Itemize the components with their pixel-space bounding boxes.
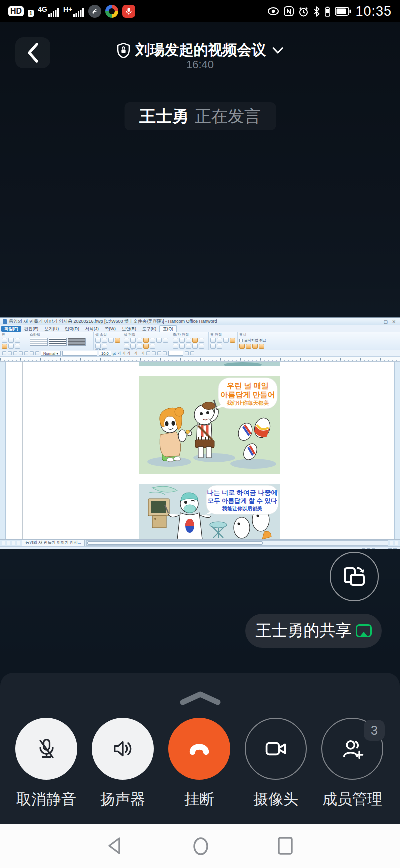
- menu-item: 편집(E): [21, 326, 41, 332]
- menu-item: 서식(J): [82, 326, 102, 332]
- ribbon-group-icons: [173, 337, 207, 349]
- window-controls: – ▢ ✕: [377, 319, 397, 324]
- add-member-icon: [339, 736, 365, 762]
- ribbon-group: 줄/칸 편집: [171, 332, 209, 350]
- camera-button[interactable]: [245, 718, 307, 780]
- network-4g-label: 4G: [38, 6, 47, 12]
- screen-share-icon: [356, 624, 372, 637]
- phone-screen: HD 1 4G H+: [0, 0, 400, 868]
- nav-back-icon[interactable]: [106, 837, 123, 855]
- unmute-button[interactable]: [15, 718, 77, 780]
- ribbon-group-icons: 글자처럼 취급: [239, 337, 278, 349]
- speaking-banner: 王士勇 正在发言: [124, 102, 276, 130]
- ribbon-group-label: 셀 편집: [124, 333, 169, 337]
- hangup-icon: [186, 736, 212, 762]
- hangup-button[interactable]: [168, 718, 230, 780]
- speaker-label: 扬声器: [89, 789, 157, 810]
- color-ring-app-icon: [105, 5, 118, 18]
- hanword-ribbon: 표 스타일 셀 속성 테두리 셀 편집: [0, 332, 400, 350]
- menu-item: 보안(R): [119, 326, 139, 332]
- signal-4g-icon: 4G: [38, 6, 59, 17]
- camera-icon: [263, 736, 289, 762]
- chevron-down-icon: [272, 47, 284, 54]
- camera-label: 摄像头: [242, 789, 310, 810]
- ribbon-group: 표: [0, 332, 28, 350]
- hd-icon: HD: [8, 6, 24, 16]
- meeting-title: 刘瑒发起的视频会议: [136, 40, 266, 60]
- mic-recording-icon: [122, 5, 135, 18]
- status-segment: 문단 나눔: [63, 548, 80, 550]
- font-select: [62, 351, 97, 356]
- status-segment: 1단: [19, 548, 25, 550]
- meeting-title-row[interactable]: 刘瑒发起的视频会议: [55, 40, 345, 60]
- char-format-buttons: 가 가 가 · 가 · 가: [117, 351, 145, 356]
- cartoon2-korean-line2: 모두 아름답게 할 수 있다: [208, 497, 277, 504]
- status-segments: 1/30쪽1단6줄41칸(41)문단 나눔1/1 구역삽입: [3, 548, 111, 550]
- share-source-pill[interactable]: 王士勇的共享: [245, 614, 382, 648]
- rotate-screen-icon: [342, 565, 366, 588]
- ribbon-group: 셀 속성 테두리: [94, 332, 122, 350]
- ribbon-group: 표시 글자처럼 취급: [238, 332, 280, 350]
- ribbon-group-label: 표시: [239, 333, 278, 337]
- sim1-icon: 1: [28, 10, 34, 17]
- font-unit-label: pt: [113, 351, 116, 356]
- android-status-bar: HD 1 4G H+: [0, 0, 400, 22]
- clock-time: 10:35: [355, 4, 392, 19]
- unmute-label: 取消静音: [12, 789, 80, 810]
- speaking-status: 正在发言: [195, 105, 261, 128]
- bird-app-icon: [88, 5, 101, 18]
- menu-item: 파일(F): [1, 326, 21, 332]
- signal-bars-icon: [73, 8, 84, 17]
- speaker-icon: [110, 736, 136, 762]
- cartoon2-chinese-line: 我能让你以后都美: [222, 506, 262, 511]
- style-select: Normal ▾: [41, 351, 61, 356]
- left-scrollbar: [0, 362, 6, 539]
- ruler: [0, 357, 400, 362]
- menu-item: 쪽(W): [102, 326, 119, 332]
- hanword-format-bar: Normal ▾ 10.0 pt 가 가 가 · 가 · 가: [0, 350, 400, 357]
- menu-item: 표(Q): [159, 325, 177, 332]
- rotate-screen-button[interactable]: [330, 552, 379, 601]
- battery-icon: [335, 7, 351, 16]
- document-icon: [3, 319, 7, 324]
- menu-item: 입력(D): [62, 326, 82, 332]
- bluetooth-icon: [313, 6, 320, 17]
- speaker-button[interactable]: [92, 718, 154, 780]
- font-size-select: 10.0: [99, 351, 111, 356]
- speaker-name: 王士勇: [139, 105, 189, 128]
- eye-icon: [267, 7, 279, 16]
- page-edge-line: [22, 362, 23, 539]
- nfc-icon: [284, 6, 294, 16]
- line-spacing-select: [168, 351, 183, 356]
- document-tab: 동양의 새 만들기 이야기 임시...: [22, 540, 85, 546]
- ribbon-group-label: 표: [2, 333, 26, 337]
- ribbon-group-label: 셀 속성: [95, 333, 120, 337]
- hangup-label: 挂断: [165, 789, 233, 810]
- sheet-expand-handle[interactable]: [178, 689, 223, 708]
- network-hplus-label: H+: [63, 6, 72, 12]
- shared-screen-viewport[interactable]: 동양의 새 만들기 이야기 임시용 20200216.hwp [C:\W600 …: [0, 317, 400, 549]
- previous-image-sliver: [139, 362, 280, 366]
- members-label: 成员管理: [318, 789, 386, 810]
- nav-recents-icon[interactable]: [277, 837, 293, 855]
- status-left-icons: HD 1 4G H+: [8, 5, 135, 18]
- ribbon-group-sublabel: 세로쓰기: [124, 349, 169, 350]
- cartoon-image-2: 나는 너로 하여금 나중에 모두 아름답게 할 수 있다 我能让你以后都美: [139, 484, 280, 539]
- ribbon-group-icons: [2, 337, 26, 349]
- ribbon-group-icons: [95, 337, 120, 349]
- cartoon1-chinese-line: 我们让你每天都美: [226, 400, 269, 406]
- signal-hplus-icon: H+: [63, 6, 84, 17]
- menu-item: 도구(K): [139, 326, 159, 332]
- alarm-clock-icon: [298, 6, 309, 17]
- ribbon-group: 셀 편집 세로쓰기: [122, 332, 171, 350]
- android-nav-bar: [0, 824, 400, 868]
- ribbon-group-label: 표 편집: [210, 333, 236, 337]
- document-area: 우린 널 매일 아름답게 만들어 我们让你每天都美: [0, 362, 400, 539]
- ribbon-group-icons: [124, 337, 169, 349]
- status-segment: 6줄: [29, 548, 35, 550]
- status-segment: 1/30쪽: [3, 548, 15, 550]
- status-segment: 1/1 구역: [84, 548, 99, 550]
- nav-home-icon[interactable]: [192, 837, 209, 856]
- ribbon-group-icons: [30, 337, 92, 349]
- cartoon-image-1: 우린 널 매일 아름답게 만들어 我们让你每天都美: [139, 376, 280, 474]
